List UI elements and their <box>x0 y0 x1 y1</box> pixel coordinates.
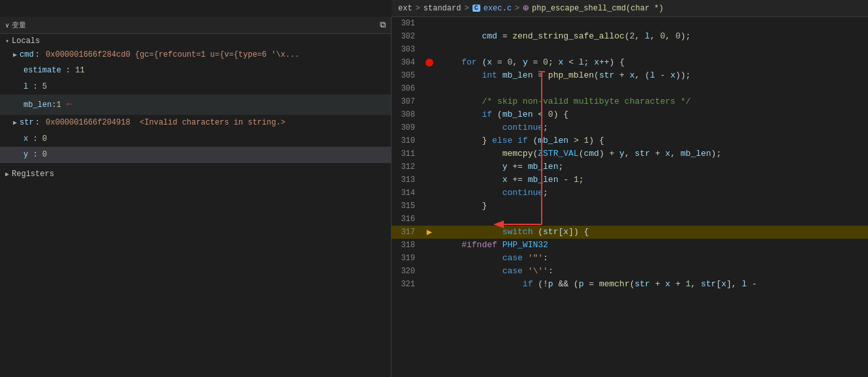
code-content: 301 302 cmd = zend_string_safe_alloc(2, … <box>392 17 868 377</box>
code-line-313: 313 x += mb_len - 1; <box>392 173 868 187</box>
code-line-311: 311 memcpy(ZSTR_VAL(cmd) + y, str + x, m… <box>392 147 868 160</box>
line-num-308: 308 <box>392 108 423 121</box>
var-item-estimate: estimate : 11 <box>0 63 391 78</box>
locals-chevron-icon: ▾ <box>5 37 9 45</box>
line-num-316: 316 <box>392 213 423 226</box>
breadcrumb-file: exec.c <box>484 4 512 13</box>
code-line-318: 318 #ifndef PHP_WIN32 <box>392 239 868 252</box>
code-line-314: 314 continue; <box>392 187 868 200</box>
str-name: str <box>20 116 34 129</box>
estimate-colon: : <box>66 66 75 75</box>
code-text-316 <box>436 213 868 226</box>
gutter-305 <box>423 69 436 82</box>
gutter-309 <box>423 121 436 134</box>
gutter-313 <box>423 173 436 187</box>
maximize-icon[interactable]: ⧉ <box>380 20 386 30</box>
code-text-308: if (mb_len < 0) { <box>436 108 868 121</box>
line-num-315: 315 <box>392 200 423 213</box>
x-value: 0 <box>42 134 47 143</box>
cmd-expand-icon: ▶ <box>13 50 17 61</box>
x-colon: : <box>33 134 42 143</box>
breadcrumb-sep-3: > <box>515 4 519 13</box>
registers-section: ▶ Registers <box>0 167 391 181</box>
line-num-304: 304 <box>392 56 423 69</box>
gutter-318 <box>423 239 436 252</box>
code-text-306 <box>436 82 868 95</box>
header-left: ∨ 变量 <box>5 20 26 30</box>
code-text-311: memcpy(ZSTR_VAL(cmd) + y, str + x, mb_le… <box>436 147 868 160</box>
gutter-306 <box>423 82 436 95</box>
code-text-301 <box>436 17 868 30</box>
code-text-315: } <box>436 200 868 213</box>
code-line-320: 320 case '\'': <box>392 265 868 278</box>
red-arrow-left-icon: ← <box>67 96 73 113</box>
code-text-318: #ifndef PHP_WIN32 <box>436 239 868 252</box>
registers-section-header[interactable]: ▶ Registers <box>0 168 391 180</box>
chevron-down-icon: ∨ <box>5 22 9 29</box>
code-line-321: 321 if (!p && (p = memchr(str + x + 1, s… <box>392 278 868 291</box>
line-num-310: 310 <box>392 134 423 147</box>
breakpoint-304[interactable] <box>426 59 433 67</box>
code-text-303 <box>436 43 868 56</box>
l-value: 5 <box>42 82 47 91</box>
locals-section: ▾ Locals ▶ cmd : 0x000001666f284cd0 {gc=… <box>0 34 391 164</box>
var-item-cmd[interactable]: ▶ cmd : 0x000001666f284cd0 {gc={refcount… <box>0 47 391 63</box>
variables-panel-header: ∨ 变量 ⧉ <box>0 17 391 34</box>
breadcrumb-ext: ext <box>398 4 412 13</box>
breadcrumb-bar: ext > standard > C exec.c > ⊕ php_escape… <box>392 0 868 17</box>
gutter-301 <box>423 17 436 30</box>
variables-panel-title: 变量 <box>12 20 26 30</box>
gutter-320 <box>423 265 436 278</box>
var-item-str[interactable]: ▶ str : 0x000001666f204918 <Invalid char… <box>0 115 391 130</box>
l-name: l <box>23 82 28 91</box>
line-num-302: 302 <box>392 30 423 43</box>
line-num-311: 311 <box>392 147 423 160</box>
code-line-304: 304 for (x = 0, y = 0; x < l; x++) { <box>392 56 868 69</box>
x-name: x <box>23 134 28 143</box>
estimate-value: 11 <box>75 66 84 75</box>
var-item-mb-len: mb_len : 1 ← <box>0 95 391 115</box>
str-value: 0x000001666f204918 <Invalid characters i… <box>46 116 285 129</box>
code-line-310: 310 } else if (mb_len > 1) { <box>392 134 868 147</box>
y-name: y <box>23 150 28 159</box>
code-text-312: y += mb_len; <box>436 160 868 173</box>
line-num-317: 317 <box>392 226 423 239</box>
var-item-l: l : 5 <box>0 79 391 95</box>
code-text-307: /* skip non-valid multibyte characters *… <box>436 95 868 108</box>
code-panel: 301 302 cmd = zend_string_safe_alloc(2, … <box>392 17 868 377</box>
code-text-310: } else if (mb_len > 1) { <box>436 134 868 147</box>
gutter-319 <box>423 252 436 265</box>
gutter-307 <box>423 95 436 108</box>
str-expand-icon: ▶ <box>13 117 17 128</box>
code-text-305: int mb_len = php_mblen(str + x, (l - x))… <box>436 69 868 82</box>
breadcrumb-sep-2: > <box>464 4 469 13</box>
variables-panel-content: ▾ Locals ▶ cmd : 0x000001666f284cd0 {gc=… <box>0 34 391 377</box>
cmd-value: 0x000001666f284cd0 {gc={refcount=1 u={v=… <box>46 48 300 61</box>
locals-section-header[interactable]: ▾ Locals <box>0 35 391 47</box>
gutter-316 <box>423 213 436 226</box>
code-line-308: 308 if (mb_len < 0) { <box>392 108 868 121</box>
breadcrumb-standard: standard <box>424 4 461 13</box>
code-text-302: cmd = zend_string_safe_alloc(2, l, 0, 0)… <box>436 30 868 43</box>
line-num-320: 320 <box>392 265 423 278</box>
breadcrumb-func: php_escape_shell_cmd(char *) <box>532 4 664 13</box>
registers-chevron-icon: ▶ <box>5 170 9 178</box>
code-line-309: 309 continue; <box>392 121 868 134</box>
gutter-312 <box>423 160 436 173</box>
mb-len-value: 1 <box>56 98 61 112</box>
code-text-320: case '\'': <box>436 265 868 278</box>
gutter-304 <box>423 56 436 69</box>
line-num-307: 307 <box>392 95 423 108</box>
app-container: ext > standard > C exec.c > ⊕ php_escape… <box>0 0 868 377</box>
line-num-303: 303 <box>392 43 423 56</box>
line-num-313: 313 <box>392 173 423 187</box>
gutter-303 <box>423 43 436 56</box>
code-line-306: 306 <box>392 82 868 95</box>
code-line-319: 319 case '"': <box>392 252 868 265</box>
gutter-311 <box>423 147 436 160</box>
line-num-321: 321 <box>392 278 423 291</box>
y-colon: : <box>33 150 42 159</box>
mb-len-colon: : <box>52 98 56 112</box>
y-value: 0 <box>42 150 47 159</box>
gutter-308 <box>423 108 436 121</box>
